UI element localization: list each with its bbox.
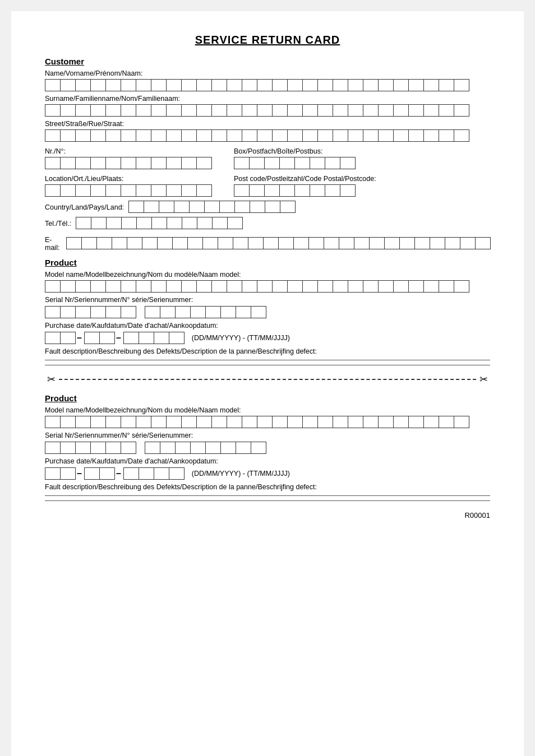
serial-group1-1[interactable] <box>45 306 136 318</box>
name-cell[interactable] <box>181 79 197 91</box>
name-cell[interactable] <box>257 79 273 91</box>
name-cell[interactable] <box>439 79 454 91</box>
serial-group2-1[interactable] <box>145 306 266 318</box>
serial-group2-2[interactable] <box>145 442 266 454</box>
postcode-field[interactable] <box>234 184 376 197</box>
fault-line-4 <box>45 500 490 501</box>
page: SERVICE RETURN CARD Customer Name/Vornam… <box>11 11 524 756</box>
model-label-2: Model name/Modellbezeichnung/Nom du modè… <box>45 406 490 414</box>
name-cell[interactable] <box>105 79 121 91</box>
location-field[interactable] <box>45 184 211 197</box>
serial-field-1[interactable] <box>45 306 490 318</box>
name-cell[interactable] <box>151 79 167 91</box>
name-cell[interactable] <box>242 79 257 91</box>
street-field[interactable] <box>45 129 490 142</box>
name-cell[interactable] <box>287 79 303 91</box>
customer-section: Customer Name/Vorname/Prénom/Naam: Surna… <box>45 57 490 253</box>
serial-field-2[interactable] <box>45 442 490 454</box>
postcode-label: Post code/Postleitzahl/Code Postal/Postc… <box>234 175 376 183</box>
name-cell[interactable] <box>136 79 151 91</box>
fault-line-1 <box>45 360 490 360</box>
box-label: Box/Postfach/Boîte/Postbus: <box>234 147 355 155</box>
customer-section-title: Customer <box>45 57 490 66</box>
fault-lines-1 <box>45 360 490 365</box>
name-cell[interactable] <box>302 79 318 91</box>
box-field[interactable] <box>234 157 355 169</box>
name-cell[interactable] <box>121 79 136 91</box>
name-cell[interactable] <box>454 79 469 91</box>
name-cell[interactable] <box>211 79 227 91</box>
product-section-2: Product Model name/Modellbezeichnung/Nom… <box>45 393 490 501</box>
fault-line-3 <box>45 495 490 496</box>
name-cell[interactable] <box>45 79 61 91</box>
street-label: Street/Straße/Rue/Straat: <box>45 120 490 128</box>
cut-line: ✂ ✂ <box>45 373 490 386</box>
location-label: Location/Ort./Lieu/Plaats: <box>45 175 211 183</box>
box-col: Box/Postfach/Boîte/Postbus: <box>234 144 355 169</box>
model-label-1: Model name/Modellbezeichnung/Nom du modè… <box>45 271 490 279</box>
name-cell[interactable] <box>166 79 182 91</box>
name-cell[interactable] <box>348 79 363 91</box>
nr-col: Nr./N°: <box>45 144 211 169</box>
email-field[interactable] <box>66 237 490 249</box>
surname-field[interactable] <box>45 104 490 117</box>
scissors-left-icon: ✂ <box>47 373 56 386</box>
model-field-2[interactable] <box>45 416 490 428</box>
location-postcode-row: Location/Ort./Lieu/Plaats: Post code/Pos… <box>45 171 490 197</box>
email-label: E-mail: <box>45 236 62 252</box>
serial-group1-2[interactable] <box>45 442 136 454</box>
country-field[interactable] <box>128 201 295 213</box>
date-sep-2: – <box>116 333 121 343</box>
fault-label-2: Fault description/Beschreibung des Defek… <box>45 483 490 491</box>
fault-label-1: Fault description/Beschreibung des Defek… <box>45 347 490 355</box>
product-section-1: Product Model name/Modellbezeichnung/Nom… <box>45 258 490 365</box>
name-cell[interactable] <box>75 79 91 91</box>
nr-field[interactable] <box>45 157 211 169</box>
date-format-label-1: (DD/MM/YYYY) - (TT/MM/JJJJ) <box>192 334 290 342</box>
tel-field[interactable] <box>76 217 242 229</box>
postcode-col: Post code/Postleitzahl/Code Postal/Postc… <box>234 171 376 197</box>
date-sep-3: – <box>77 469 82 479</box>
product-section-1-title: Product <box>45 258 490 267</box>
purchase-label-2: Purchase date/Kaufdatum/Date d'achat/Aan… <box>45 457 490 465</box>
nr-box-row: Nr./N°: Box/Postfach/Boîte/Postbus: <box>45 144 490 169</box>
name-cell[interactable] <box>60 79 76 91</box>
ref-number: R00001 <box>45 511 490 520</box>
date-field-2[interactable]: – – (DD/MM/YYYY) - (TT/MM/JJJJ) <box>45 467 490 480</box>
name-cell[interactable] <box>423 79 439 91</box>
fault-lines-2 <box>45 495 490 501</box>
model-field-1[interactable] <box>45 280 490 293</box>
cut-dashes <box>59 379 476 380</box>
surname-label: Surname/Familienname/Nom/Familienaam: <box>45 95 490 103</box>
date-sep-1: – <box>77 333 82 343</box>
email-row: E-mail: <box>45 233 490 253</box>
country-label: Country/Land/Pays/Land: <box>45 203 124 211</box>
name-cell[interactable] <box>317 79 333 91</box>
page-title: SERVICE RETURN CARD <box>45 34 490 47</box>
country-row: Country/Land/Pays/Land: <box>45 200 490 213</box>
name-cell[interactable] <box>227 79 242 91</box>
product-section-2-title: Product <box>45 393 490 403</box>
name-cell[interactable] <box>378 79 394 91</box>
name-cell[interactable] <box>408 79 424 91</box>
date-field-1[interactable]: – – (DD/MM/YYYY) - (TT/MM/JJJJ) <box>45 332 490 344</box>
name-cell[interactable] <box>393 79 409 91</box>
date-format-label-2: (DD/MM/YYYY) - (TT/MM/JJJJ) <box>192 470 290 477</box>
location-col: Location/Ort./Lieu/Plaats: <box>45 171 211 197</box>
name-cell[interactable] <box>333 79 348 91</box>
name-cell[interactable] <box>272 79 288 91</box>
name-cell[interactable] <box>196 79 212 91</box>
purchase-label-1: Purchase date/Kaufdatum/Date d'achat/Aan… <box>45 322 490 330</box>
tel-label: Tel./Tél.: <box>45 220 71 228</box>
name-cell[interactable] <box>90 79 106 91</box>
serial-label-1: Serial Nr/Seriennummer/N° série/Serienum… <box>45 296 490 304</box>
scissors-right-icon: ✂ <box>479 373 488 386</box>
fault-line-2 <box>45 365 490 365</box>
date-sep-4: – <box>116 469 121 479</box>
nr-label: Nr./N°: <box>45 147 211 155</box>
name-label: Name/Vorname/Prénom/Naam: <box>45 69 490 77</box>
serial-label-2: Serial Nr/Seriennummer/N° série/Serienum… <box>45 432 490 439</box>
name-field[interactable] <box>45 79 490 91</box>
name-cell[interactable] <box>363 79 379 91</box>
tel-row: Tel./Tél.: <box>45 216 490 229</box>
